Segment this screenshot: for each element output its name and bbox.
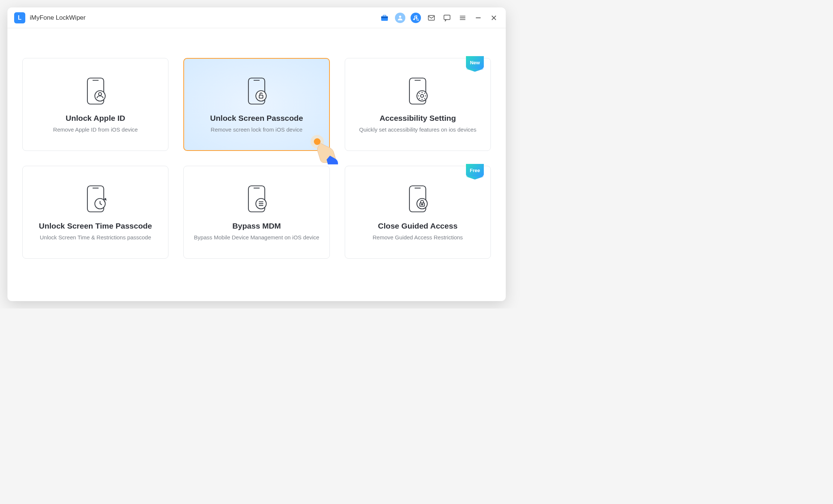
badge-free: Free xyxy=(466,164,484,177)
card-title: Bypass MDM xyxy=(232,222,281,230)
main-content: Unlock Apple ID Remove Apple ID from iOS… xyxy=(7,28,506,301)
phone-unlock-icon xyxy=(245,77,268,107)
titlebar-icons xyxy=(379,13,499,23)
card-title: Accessibility Setting xyxy=(380,114,456,123)
badge-new: New xyxy=(466,56,484,69)
card-unlock-apple-id[interactable]: Unlock Apple ID Remove Apple ID from iOS… xyxy=(22,58,168,151)
feedback-icon[interactable] xyxy=(442,13,452,23)
svg-point-22 xyxy=(311,135,324,148)
card-subtitle: Remove Guided Access Restrictions xyxy=(365,234,470,240)
card-subtitle: Remove Apple ID from iOS device xyxy=(46,126,145,133)
card-subtitle: Unlock Screen Time & Restrictions passco… xyxy=(32,234,158,240)
app-logo: L xyxy=(14,12,25,23)
svg-point-41 xyxy=(422,204,423,205)
phone-list-icon xyxy=(245,184,268,215)
card-title: Unlock Screen Passcode xyxy=(210,114,303,123)
svg-line-5 xyxy=(418,20,419,21)
card-title: Unlock Screen Time Passcode xyxy=(39,222,152,230)
app-title: iMyFone LockWiper xyxy=(30,14,379,22)
svg-point-3 xyxy=(399,16,401,18)
app-window: L iMyFone LockWiper xyxy=(7,7,506,301)
toolbox-icon[interactable] xyxy=(379,13,390,23)
card-accessibility-setting[interactable]: New Accessibility Setting Quickly set ac… xyxy=(345,58,491,151)
close-button[interactable] xyxy=(489,13,499,23)
app-logo-letter: L xyxy=(18,14,22,21)
svg-point-23 xyxy=(314,138,321,145)
svg-point-20 xyxy=(256,91,266,101)
card-bypass-mdm[interactable]: Bypass MDM Bypass Mobile Device Manageme… xyxy=(183,166,329,259)
svg-rect-7 xyxy=(444,15,450,19)
svg-rect-2 xyxy=(383,15,386,16)
card-subtitle: Quickly set accessibility features on io… xyxy=(352,126,484,133)
card-title: Unlock Apple ID xyxy=(66,114,125,123)
titlebar: L iMyFone LockWiper xyxy=(7,7,506,28)
phone-gear-icon xyxy=(406,77,430,107)
card-subtitle: Bypass Mobile Device Management on iOS d… xyxy=(187,234,327,240)
card-close-guided-access[interactable]: Free Close Guided Access Remove Guided A… xyxy=(345,166,491,259)
music-search-icon[interactable] xyxy=(411,13,421,23)
hamburger-menu-icon[interactable] xyxy=(457,13,468,23)
phone-clock-icon xyxy=(84,184,107,215)
minimize-button[interactable] xyxy=(473,13,483,23)
phone-lock-icon xyxy=(406,184,430,215)
card-unlock-screen-passcode[interactable]: Unlock Screen Passcode Remove screen loc… xyxy=(183,58,329,151)
card-subtitle: Remove screen lock from iOS device xyxy=(203,126,310,133)
phone-appleid-icon xyxy=(84,77,107,107)
account-icon[interactable] xyxy=(395,13,405,23)
card-title: Close Guided Access xyxy=(378,222,457,230)
card-unlock-screentime[interactable]: Unlock Screen Time Passcode Unlock Scree… xyxy=(22,166,168,259)
mail-icon[interactable] xyxy=(426,13,437,23)
card-grid: Unlock Apple ID Remove Apple ID from iOS… xyxy=(22,58,491,259)
hand-cursor-icon xyxy=(307,132,348,165)
